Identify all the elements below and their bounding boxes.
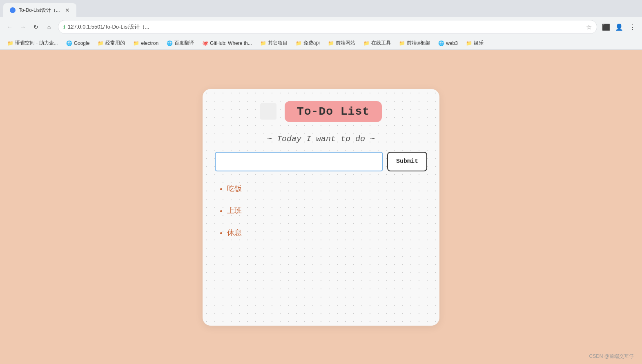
bookmark-label-5: GitHub: Where th... — [210, 40, 252, 46]
reload-button[interactable]: ↻ — [30, 21, 42, 33]
bookmark-label-3: electron — [141, 40, 158, 46]
bookmark-icon-1: 🌐 — [66, 40, 72, 46]
tab-close-button[interactable]: ✕ — [65, 7, 70, 13]
address-bar[interactable]: ℹ 127.0.0.1:5501/To-Do-List设计（... ☆ — [58, 20, 597, 34]
card-logo-image — [260, 103, 276, 120]
bookmark-item-9[interactable]: 📁 在线工具 — [360, 38, 394, 48]
todo-card: To-Do List ~ Today I want to do ~ Submit… — [203, 89, 439, 326]
bookmark-icon-7: 📁 — [296, 40, 302, 46]
bookmark-item-10[interactable]: 📁 前端ui框架 — [396, 38, 433, 48]
bookmark-star-icon[interactable]: ☆ — [586, 23, 592, 31]
page-content: To-Do List ~ Today I want to do ~ Submit… — [0, 50, 642, 364]
bookmark-icon-5: 🐙 — [202, 40, 208, 46]
toolbar-icons: ⬛ 👤 ⋮ — [600, 21, 638, 33]
list-item: 休息 — [227, 228, 427, 237]
active-tab[interactable]: To-Do-List设计（... ✕ — [3, 3, 76, 17]
card-header: To-Do List — [215, 101, 427, 122]
footer-credit: CSDN @前端交互仔 — [589, 353, 634, 360]
bookmark-icon-0: 📁 — [7, 40, 13, 46]
browser-chrome: To-Do-List设计（... ✕ ← → ↻ ⌂ ℹ 127.0.0.1:5… — [0, 0, 642, 50]
todo-list: 吃饭 上班 休息 — [215, 184, 427, 237]
bookmark-label-2: 经常用的 — [105, 40, 125, 47]
bookmark-item-2[interactable]: 📁 经常用的 — [94, 38, 128, 48]
bookmark-icon-12: 📁 — [466, 40, 472, 46]
bookmark-label-6: 其它项目 — [268, 40, 288, 47]
list-item: 吃饭 — [227, 184, 427, 193]
profile-button[interactable]: 👤 — [613, 21, 625, 33]
tab-title: To-Do-List设计（... — [19, 7, 60, 14]
bookmark-item-1[interactable]: 🌐 Google — [63, 39, 93, 47]
bookmark-icon-8: 📁 — [328, 40, 334, 46]
tab-bar: To-Do-List设计（... ✕ — [0, 0, 642, 17]
nav-buttons: ← → ↻ ⌂ — [4, 21, 55, 33]
submit-button[interactable]: Submit — [387, 152, 427, 171]
bookmark-label-10: 前端ui框架 — [407, 40, 430, 47]
bookmark-label-12: 娱乐 — [474, 40, 484, 47]
bookmark-item-11[interactable]: 🌐 web3 — [435, 39, 461, 47]
bookmark-label-7: 免费api — [303, 40, 320, 47]
bookmark-label-0: 语雀空间 - 助力企... — [15, 40, 58, 47]
bookmark-item-8[interactable]: 📁 前端网站 — [325, 38, 359, 48]
back-button[interactable]: ← — [4, 21, 16, 33]
bookmark-icon-10: 📁 — [399, 40, 405, 46]
home-button[interactable]: ⌂ — [43, 21, 55, 33]
bookmark-item-0[interactable]: 📁 语雀空间 - 助力企... — [4, 38, 61, 48]
bookmark-item-12[interactable]: 📁 娱乐 — [463, 38, 487, 48]
bookmark-icon-9: 📁 — [363, 40, 370, 46]
menu-button[interactable]: ⋮ — [626, 21, 638, 33]
bookmark-icon-6: 📁 — [260, 40, 266, 46]
bookmark-item-3[interactable]: 📁 electron — [130, 39, 162, 47]
address-text: 127.0.0.1:5501/To-Do-List设计（... — [68, 23, 584, 31]
bookmark-item-4[interactable]: 🌐 百度翻译 — [163, 38, 197, 48]
list-item: 上班 — [227, 206, 427, 215]
input-row: Submit — [215, 152, 427, 171]
bookmark-label-9: 在线工具 — [371, 40, 391, 47]
todo-input[interactable] — [215, 152, 383, 171]
bookmark-item-5[interactable]: 🐙 GitHub: Where th... — [199, 39, 255, 47]
card-title-badge: To-Do List — [285, 101, 382, 122]
card-subtitle: ~ Today I want to do ~ — [215, 134, 427, 144]
forward-button[interactable]: → — [17, 21, 29, 33]
app-title: To-Do List — [297, 105, 370, 118]
bookmark-label-1: Google — [74, 40, 90, 46]
tab-favicon — [10, 7, 16, 13]
bookmark-icon-4: 🌐 — [167, 40, 173, 46]
bookmark-icon-3: 📁 — [133, 40, 139, 46]
bookmark-icon-2: 📁 — [98, 40, 104, 46]
bookmark-icon-11: 🌐 — [438, 40, 444, 46]
bookmark-item-6[interactable]: 📁 其它项目 — [257, 38, 291, 48]
bookmark-label-4: 百度翻译 — [174, 40, 194, 47]
bookmark-label-8: 前端网站 — [336, 40, 355, 47]
bookmark-label-11: web3 — [446, 40, 458, 46]
bookmark-item-7[interactable]: 📁 免费api — [292, 38, 323, 48]
secure-icon: ℹ — [63, 24, 65, 30]
extensions-button[interactable]: ⬛ — [600, 21, 612, 33]
browser-toolbar: ← → ↻ ⌂ ℹ 127.0.0.1:5501/To-Do-List设计（..… — [0, 17, 642, 37]
bookmarks-bar: 📁 语雀空间 - 助力企... 🌐 Google 📁 经常用的 📁 electr… — [0, 37, 642, 50]
